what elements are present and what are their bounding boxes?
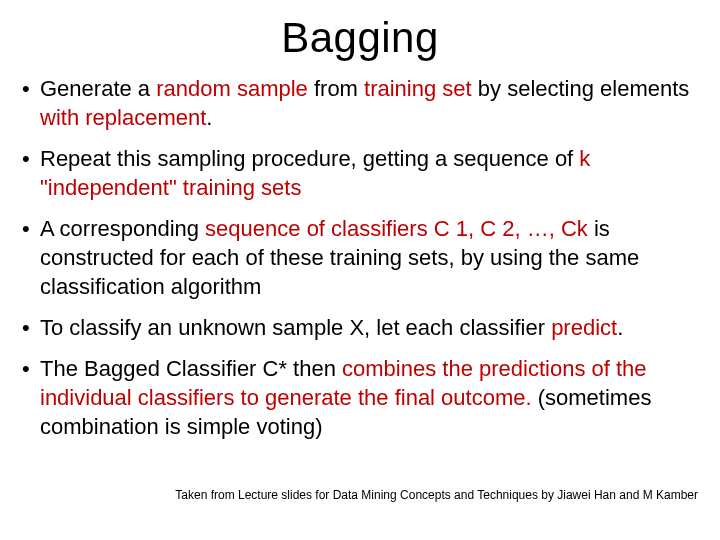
highlight: predict [551, 315, 617, 340]
highlight: random sample [156, 76, 314, 101]
text: . [206, 105, 212, 130]
text: The Bagged Classifier C* then [40, 356, 342, 381]
text: from [314, 76, 364, 101]
attribution: Taken from Lecture slides for Data Minin… [175, 488, 698, 502]
text: Generate a [40, 76, 156, 101]
slide: Bagging Generate a random sample from tr… [0, 0, 720, 540]
bullet-item: Generate a random sample from training s… [18, 74, 702, 132]
bullet-item: Repeat this sampling procedure, getting … [18, 144, 702, 202]
text: To classify an unknown sample X, let eac… [40, 315, 551, 340]
highlight: with replacement [40, 105, 206, 130]
bullet-item: The Bagged Classifier C* then combines t… [18, 354, 702, 441]
text: Repeat this sampling procedure, getting … [40, 146, 579, 171]
text: by selecting elements [478, 76, 690, 101]
bullet-item: A corresponding sequence of classifiers … [18, 214, 702, 301]
highlight: sequence of classifiers C 1, C 2, …, Ck [205, 216, 594, 241]
bullet-list: Generate a random sample from training s… [18, 74, 702, 441]
text: . [617, 315, 623, 340]
bullet-item: To classify an unknown sample X, let eac… [18, 313, 702, 342]
text: A corresponding [40, 216, 205, 241]
highlight: training set [364, 76, 478, 101]
slide-title: Bagging [18, 14, 702, 62]
